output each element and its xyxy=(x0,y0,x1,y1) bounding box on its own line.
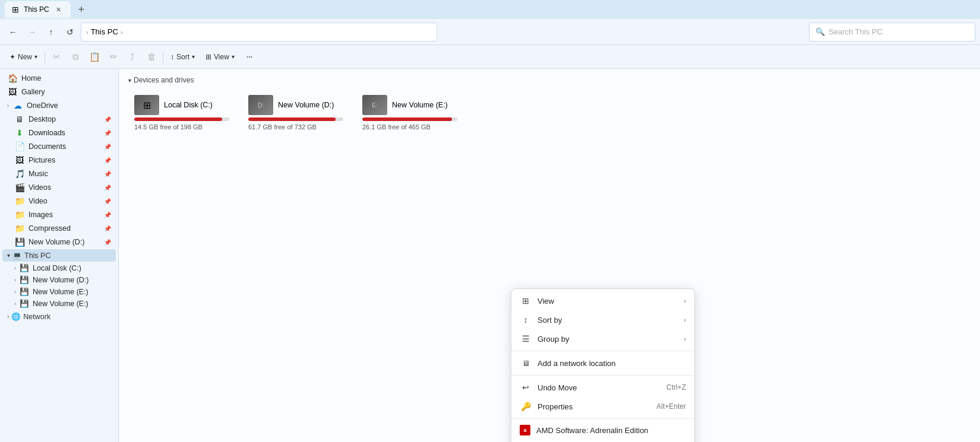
address-bar: ← → ↑ ↺ › This PC › 🔍 Search This PC xyxy=(0,19,980,45)
sidebar-label-network: Network xyxy=(23,313,50,321)
paste-button[interactable]: 📋 xyxy=(86,48,103,66)
sidebar-thispc-header[interactable]: ▾ 💻 This PC xyxy=(2,249,116,262)
address-path[interactable]: › This PC › xyxy=(81,23,437,42)
context-menu: ⊞ View › ↕ Sort by › ☰ Group by › 🖥 Add … xyxy=(511,288,695,442)
ctx-item-undomove[interactable]: ↩ Undo Move Ctrl+Z xyxy=(511,378,694,397)
properties-ctx-icon: 🔑 xyxy=(520,400,532,412)
more-button[interactable]: ··· xyxy=(241,48,258,66)
toolbar-divider-2 xyxy=(163,51,163,63)
rename-button[interactable]: ✏ xyxy=(105,48,122,66)
pin-downloads-icon: 📌 xyxy=(104,130,111,136)
sidebar-label-newvolumed: New Volume (D:) xyxy=(29,238,84,246)
sidebar-label-compressed: Compressed xyxy=(29,224,71,233)
view-dropdown-icon: ▾ xyxy=(232,53,235,60)
drive-top-e: E: New Volume (E:) xyxy=(362,95,457,115)
newvolumee2-icon: 💾 xyxy=(20,299,29,308)
sidebar-item-downloads[interactable]: ⬇ Downloads 📌 xyxy=(2,126,116,139)
drives-grid: ⊞ Local Disk (C:) 14.5 GB free of 198 GB… xyxy=(128,90,970,135)
ctx-item-addnetwork[interactable]: 🖥 Add a network location xyxy=(511,354,694,373)
drive-card-e[interactable]: E: New Volume (E:) 26.1 GB free of 465 G… xyxy=(356,90,463,135)
undomove-ctx-icon: ↩ xyxy=(520,381,532,393)
sidebar-item-desktop[interactable]: 🖥 Desktop 📌 xyxy=(2,113,116,126)
drive-icon-c: ⊞ xyxy=(134,95,159,115)
sortby-ctx-icon: ↕ xyxy=(520,314,532,326)
drive-bar-bg-e xyxy=(362,117,457,121)
share-button[interactable]: ⤴ xyxy=(124,48,141,66)
ctx-item-amd[interactable]: a AMD Software: Adrenalin Edition xyxy=(511,421,694,439)
network-icon: 🌐 xyxy=(11,312,21,321)
drive-name-d: New Volume (D:) xyxy=(278,101,334,109)
drive-top-d: D: New Volume (D:) xyxy=(248,95,343,115)
view-button[interactable]: ⊞ View ▾ xyxy=(201,48,239,66)
thispc-icon: 💻 xyxy=(12,251,22,260)
search-box[interactable]: 🔍 Search This PC xyxy=(809,23,975,42)
ctx-item-sortby[interactable]: ↕ Sort by › xyxy=(511,310,694,329)
ctx-item-view[interactable]: ⊞ View › xyxy=(511,291,694,310)
back-button[interactable]: ← xyxy=(5,24,21,40)
drive-name-e: New Volume (E:) xyxy=(392,101,448,109)
cut-button[interactable]: ✂ xyxy=(48,48,65,66)
pin-video-icon: 📌 xyxy=(104,198,111,205)
sidebar-network-header[interactable]: › 🌐 Network xyxy=(2,310,116,323)
new-icon: ✦ xyxy=(10,53,15,61)
up-button[interactable]: ↑ xyxy=(43,24,59,40)
sidebar-item-newvolumed2[interactable]: › 💾 New Volume (D:) xyxy=(2,274,116,285)
section-header: ▾ Devices and drives xyxy=(128,76,970,84)
title-bar: ⊞ This PC ✕ + xyxy=(0,0,980,19)
sidebar-item-newvolumed[interactable]: 💾 New Volume (D:) 📌 xyxy=(2,236,116,249)
ctx-separator-2 xyxy=(511,375,694,376)
ctx-arrow-sortby: › xyxy=(684,316,686,323)
ctx-label-amd: AMD Software: Adrenalin Edition xyxy=(536,426,686,435)
chevron-right-d-icon: › xyxy=(14,277,16,283)
drive-card-d[interactable]: D: New Volume (D:) 61.7 GB free of 732 G… xyxy=(242,90,349,135)
pin-documents-icon: 📌 xyxy=(104,144,111,150)
ctx-arrow-groupby: › xyxy=(684,335,686,342)
refresh-button[interactable]: ↺ xyxy=(62,24,78,40)
sidebar-label-pictures: Pictures xyxy=(29,156,55,164)
new-dropdown-icon: ▾ xyxy=(34,53,37,60)
ctx-item-powerrename[interactable]: PR Rename with PowerRename xyxy=(511,439,694,442)
sidebar-item-gallery[interactable]: 🖼 Gallery xyxy=(2,85,116,98)
forward-button[interactable]: → xyxy=(24,24,40,40)
drive-icon-e: E: xyxy=(362,95,387,115)
home-icon: 🏠 xyxy=(7,74,18,83)
tab-close-button[interactable]: ✕ xyxy=(54,5,64,14)
drive-bar-bg-c xyxy=(134,117,229,121)
sidebar-item-compressed[interactable]: 📁 Compressed 📌 xyxy=(2,222,116,235)
drive-bar-fill-d xyxy=(248,117,336,121)
copy-button[interactable]: ⧉ xyxy=(67,48,84,66)
ctx-item-properties[interactable]: 🔑 Properties Alt+Enter xyxy=(511,397,694,416)
drive-card-c[interactable]: ⊞ Local Disk (C:) 14.5 GB free of 198 GB xyxy=(128,90,235,135)
sidebar-label-videos: Videos xyxy=(29,183,51,192)
sidebar-item-newvolumee[interactable]: › 💾 New Volume (E:) xyxy=(2,286,116,297)
sidebar-label-thispc: This PC xyxy=(24,252,50,260)
sidebar-item-newvolumee2[interactable]: › 💾 New Volume (E:) xyxy=(2,298,116,309)
ctx-label-sortby: Sort by xyxy=(538,316,678,325)
ctx-item-groupby[interactable]: ☰ Group by › xyxy=(511,329,694,348)
new-button[interactable]: ✦ New ▾ xyxy=(5,48,42,66)
pin-pictures-icon: 📌 xyxy=(104,157,111,164)
downloads-icon: ⬇ xyxy=(14,128,25,138)
documents-icon: 📄 xyxy=(14,142,25,151)
sort-button[interactable]: ↕ Sort ▾ xyxy=(166,48,200,66)
sidebar-item-images[interactable]: 📁 Images 📌 xyxy=(2,208,116,221)
windows-drive-logo: ⊞ xyxy=(143,100,151,111)
chevron-right-e1-icon: › xyxy=(14,289,16,295)
sidebar-label-documents: Documents xyxy=(29,142,66,151)
sidebar-item-pictures[interactable]: 🖼 Pictures 📌 xyxy=(2,154,116,167)
sidebar-item-music[interactable]: 🎵 Music 📌 xyxy=(2,167,116,180)
sidebar-item-home[interactable]: 🏠 Home xyxy=(2,72,116,85)
sidebar-item-videos[interactable]: 🎬 Videos 📌 xyxy=(2,181,116,194)
onedrive-icon: ☁ xyxy=(12,101,23,110)
new-tab-button[interactable]: + xyxy=(73,1,90,18)
ctx-shortcut-undomove: Ctrl+Z xyxy=(666,383,686,392)
ctx-arrow-view: › xyxy=(684,297,686,304)
active-tab[interactable]: ⊞ This PC ✕ xyxy=(5,1,71,18)
sidebar-item-documents[interactable]: 📄 Documents 📌 xyxy=(2,140,116,153)
path-thispc[interactable]: This PC xyxy=(91,27,118,36)
delete-button[interactable]: 🗑 xyxy=(143,48,160,66)
sidebar-item-onedrive[interactable]: › ☁ OneDrive xyxy=(2,99,116,112)
sidebar-item-localc[interactable]: › 💾 Local Disk (C:) xyxy=(2,262,116,274)
pin-newvolumed-icon: 📌 xyxy=(104,239,111,246)
sidebar-item-video[interactable]: 📁 Video 📌 xyxy=(2,195,116,208)
